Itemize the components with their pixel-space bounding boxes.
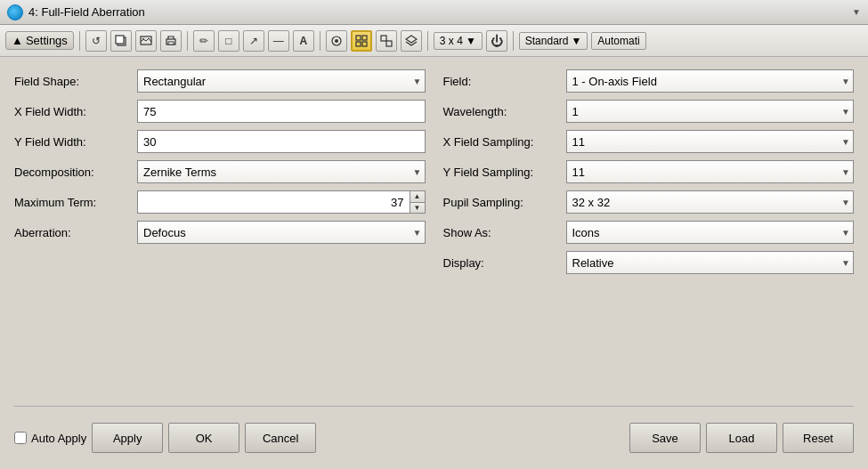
aberration-row: Aberration: Defocus Spherical Coma Astig… xyxy=(14,221,426,244)
y-field-sampling-select[interactable]: 579 1113 xyxy=(566,160,855,183)
app-icon xyxy=(7,4,23,20)
field-shape-select[interactable]: Rectangular Circular Hexagonal xyxy=(137,69,426,93)
svg-point-3 xyxy=(142,37,144,39)
show-as-select[interactable]: Icons Values Both xyxy=(566,221,855,244)
x-field-sampling-select[interactable]: 579 1113 xyxy=(566,130,855,153)
save-button[interactable]: Save xyxy=(629,423,701,453)
decomposition-row: Decomposition: Zernike Terms Seidel Hopk… xyxy=(14,160,426,183)
aberration-select[interactable]: Defocus Spherical Coma Astigmatism xyxy=(137,221,426,244)
refresh-btn[interactable]: ↺ xyxy=(85,30,107,52)
button-bar: Auto Apply Apply OK Cancel Save Load Res… xyxy=(14,419,854,457)
x-field-sampling-label: X Field Sampling: xyxy=(443,135,559,149)
maximum-term-spinner: ▲ ▼ xyxy=(137,190,426,214)
svg-point-7 xyxy=(335,39,338,43)
svg-rect-1 xyxy=(116,36,124,44)
stamp-btn[interactable] xyxy=(326,30,347,52)
y-field-sampling-row: Y Field Sampling: 579 1113 ▼ xyxy=(443,160,855,183)
grid-size-arrow: ▼ xyxy=(466,35,476,47)
cancel-button[interactable]: Cancel xyxy=(245,423,316,453)
decomposition-label: Decomposition: xyxy=(14,166,130,179)
wavelength-select-wrapper: 1 2 3 ▼ xyxy=(566,100,855,123)
y-field-sampling-select-wrapper: 579 1113 ▼ xyxy=(566,160,855,183)
aberration-label: Aberration: xyxy=(14,226,130,239)
image-btn[interactable] xyxy=(135,30,157,52)
arrow-btn[interactable]: ↗ xyxy=(243,30,264,52)
copy-btn[interactable] xyxy=(110,30,132,52)
field-shape-label: Field Shape: xyxy=(14,75,130,88)
toolbar-sep-4 xyxy=(427,31,428,51)
grid-btn[interactable] xyxy=(351,30,372,52)
load-button[interactable]: Load xyxy=(706,423,777,453)
layers-btn[interactable] xyxy=(401,30,422,52)
field-select[interactable]: 1 - On-axis Field 2 - Field Point 2 3 - … xyxy=(566,69,855,93)
title-dropdown-arrow[interactable]: ▼ xyxy=(852,7,861,17)
field-select-wrapper: 1 - On-axis Field 2 - Field Point 2 3 - … xyxy=(566,69,855,93)
main-content: Field Shape: Rectangular Circular Hexago… xyxy=(0,57,868,469)
auto-apply-text: Auto Apply xyxy=(31,432,86,445)
pencil-btn[interactable]: ✏ xyxy=(193,30,215,52)
maximum-term-row: Maximum Term: ▲ ▼ xyxy=(14,190,426,214)
toolbar-sep-2 xyxy=(187,31,188,51)
svg-rect-13 xyxy=(386,41,392,46)
spinner-up-btn[interactable]: ▲ xyxy=(410,191,425,203)
maximum-term-label: Maximum Term: xyxy=(14,196,130,209)
main-divider xyxy=(14,406,854,407)
y-field-width-input[interactable] xyxy=(137,130,426,153)
x-field-width-label: X Field Width: xyxy=(14,105,130,118)
decomposition-select[interactable]: Zernike Terms Seidel Hopkins xyxy=(137,160,426,183)
x-field-width-input[interactable] xyxy=(137,100,426,123)
show-as-label: Show As: xyxy=(443,226,559,239)
svg-rect-12 xyxy=(381,36,386,41)
settings-label: Settings xyxy=(26,34,68,47)
form-area: Field Shape: Rectangular Circular Hexago… xyxy=(14,69,854,393)
standard-btn[interactable]: Standard ▼ xyxy=(519,32,588,50)
wavelength-label: Wavelength: xyxy=(443,105,559,118)
wavelength-row: Wavelength: 1 2 3 ▼ xyxy=(443,100,855,123)
svg-rect-10 xyxy=(356,42,361,46)
toolbar-sep-3 xyxy=(320,31,320,51)
show-as-row: Show As: Icons Values Both ▼ xyxy=(443,221,855,244)
decomposition-select-wrapper: Zernike Terms Seidel Hopkins ▼ xyxy=(137,160,426,183)
svg-rect-5 xyxy=(168,42,174,44)
ok-button[interactable]: OK xyxy=(168,423,239,453)
display-row: Display: Relative Absolute ▼ xyxy=(443,251,855,274)
settings-up-arrow: ▲ xyxy=(12,34,23,47)
reset-button[interactable]: Reset xyxy=(783,423,854,453)
svg-rect-9 xyxy=(362,36,367,40)
pupil-sampling-label: Pupil Sampling: xyxy=(443,196,559,209)
copy2-btn[interactable] xyxy=(376,30,397,52)
auto-apply-label[interactable]: Auto Apply xyxy=(14,432,86,445)
automatic-btn[interactable]: Automati xyxy=(591,32,645,50)
title-bar: 4: Full-Field Aberration ▼ xyxy=(0,0,868,25)
x-field-width-row: X Field Width: xyxy=(14,100,426,123)
wavelength-select[interactable]: 1 2 3 xyxy=(566,100,855,123)
apply-button[interactable]: Apply xyxy=(92,423,163,453)
left-column: Field Shape: Rectangular Circular Hexago… xyxy=(14,69,426,393)
spinner-down-btn[interactable]: ▼ xyxy=(410,203,425,214)
field-label: Field: xyxy=(443,75,559,88)
grid-size-btn[interactable]: 3 x 4 ▼ xyxy=(434,32,483,50)
power-btn[interactable]: ⏻ xyxy=(486,30,507,52)
window-title: 4: Full-Field Aberration xyxy=(28,5,145,19)
standard-arrow: ▼ xyxy=(571,35,581,47)
rect-btn[interactable]: □ xyxy=(218,30,239,52)
x-field-sampling-select-wrapper: 579 1113 ▼ xyxy=(566,130,855,153)
grid-size-label: 3 x 4 xyxy=(440,35,463,47)
standard-label: Standard xyxy=(525,35,569,47)
text-btn[interactable]: A xyxy=(293,30,314,52)
print-btn[interactable] xyxy=(160,30,182,52)
svg-rect-8 xyxy=(356,36,361,40)
pupil-sampling-select[interactable]: 16 x 16 32 x 32 64 x 64 128 x 128 xyxy=(566,190,855,214)
settings-button[interactable]: ▲ Settings xyxy=(5,31,74,50)
aberration-select-wrapper: Defocus Spherical Coma Astigmatism ▼ xyxy=(137,221,426,244)
display-select[interactable]: Relative Absolute xyxy=(566,251,855,274)
auto-apply-checkbox[interactable] xyxy=(14,432,27,444)
toolbar: ▲ Settings ↺ ✏ □ ↗ — A 3 x 4 ▼ ⏻ xyxy=(0,25,868,57)
show-as-select-wrapper: Icons Values Both ▼ xyxy=(566,221,855,244)
maximum-term-input[interactable] xyxy=(137,190,410,214)
line-btn[interactable]: — xyxy=(268,30,289,52)
spinner-buttons: ▲ ▼ xyxy=(410,190,426,214)
x-field-sampling-row: X Field Sampling: 579 1113 ▼ xyxy=(443,130,855,153)
y-field-width-label: Y Field Width: xyxy=(14,135,130,149)
pupil-sampling-row: Pupil Sampling: 16 x 16 32 x 32 64 x 64 … xyxy=(443,190,855,214)
